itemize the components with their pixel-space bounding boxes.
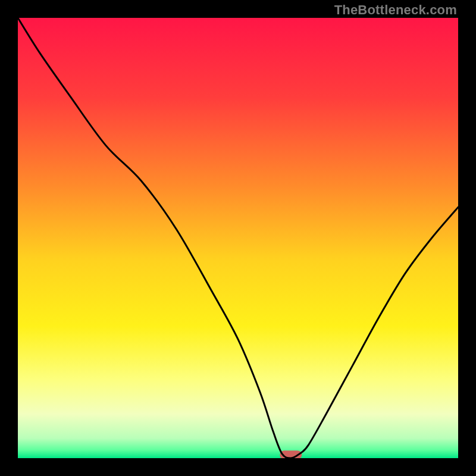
plot-area [18, 18, 458, 458]
chart-frame: TheBottleneck.com [0, 0, 476, 476]
watermark-text: TheBottleneck.com [334, 2, 457, 18]
bottleneck-chart [18, 18, 458, 458]
gradient-background [18, 18, 458, 458]
